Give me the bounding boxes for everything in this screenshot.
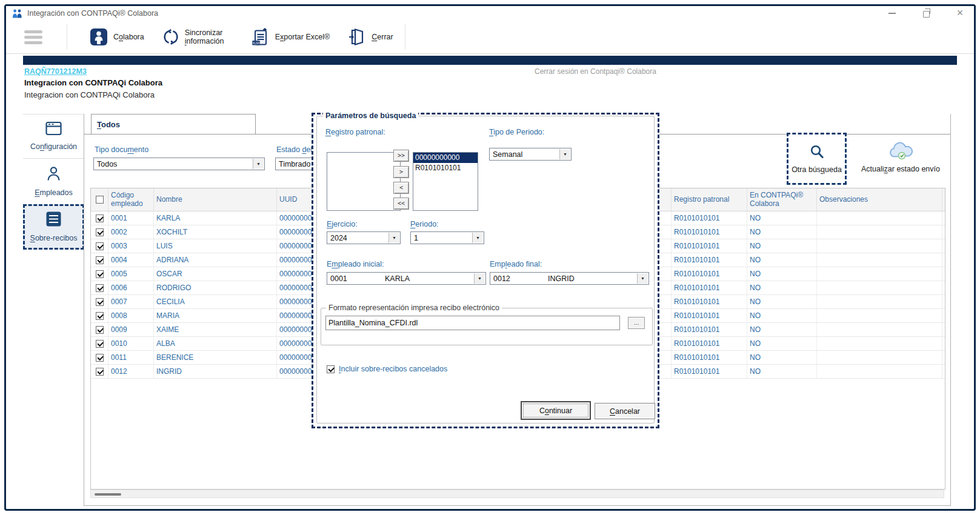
move-all-left-button[interactable]: << <box>393 198 409 210</box>
row-checkbox[interactable] <box>96 326 104 334</box>
rfc-link[interactable]: RAQÑ7701212M3 <box>24 67 87 76</box>
app-logo-icon <box>12 9 22 18</box>
chevron-down-icon[interactable]: ▼ <box>472 233 483 243</box>
registro-patronal-item[interactable]: R0101010101 <box>413 163 478 173</box>
registro-patronal-item[interactable]: 00000000000 <box>413 153 478 163</box>
cell-codigo: 0012 <box>108 365 154 378</box>
chevron-down-icon[interactable]: ▼ <box>559 149 570 159</box>
sidebar-item-sobre-recibos[interactable]: Sobre-recibos <box>23 204 84 250</box>
sincronizar-button[interactable]: Sincronizar información <box>153 21 241 53</box>
exit-door-icon <box>348 28 366 46</box>
continuar-button[interactable]: Continuar <box>521 402 590 419</box>
excel-export-icon: XLSX <box>250 28 270 47</box>
cell-registro: R0101010101 <box>672 211 747 225</box>
chevron-down-icon[interactable]: ▼ <box>388 233 399 243</box>
list-icon <box>45 211 62 227</box>
row-checkbox[interactable] <box>96 298 104 306</box>
row-checkbox[interactable] <box>96 312 104 320</box>
colabora-person-icon <box>90 28 108 46</box>
row-checkbox[interactable] <box>96 340 104 348</box>
otra-busqueda-button[interactable]: Otra búsqueda <box>787 133 847 185</box>
app-window: Integración con CONTPAQi® Colabora × Col… <box>4 4 976 511</box>
cancelar-button[interactable]: Cancelar <box>595 403 655 419</box>
cell-registro: R0101010101 <box>672 281 747 294</box>
cell-codigo: 0005 <box>108 267 154 281</box>
row-checkbox[interactable] <box>96 284 104 292</box>
formato-input[interactable] <box>325 316 620 330</box>
cell-registro: R0101010101 <box>672 225 747 239</box>
cell-observaciones <box>817 211 942 225</box>
sidebar: Configuración Empleados Sobre-recibos <box>23 114 84 250</box>
column-header-observaciones[interactable]: Observaciones <box>817 188 942 211</box>
registro-patronal-selected-list[interactable]: 00000000000R0101010101 <box>413 152 478 211</box>
tipo-documento-value: Todos <box>94 160 117 168</box>
cell-colabora: NO <box>747 295 817 308</box>
sidebar-item-configuracion[interactable]: Configuración <box>23 114 84 158</box>
row-checkbox[interactable] <box>96 228 104 236</box>
cell-registro: R0101010101 <box>672 309 747 322</box>
formato-group-label: Formato representación impresa recibo el… <box>326 304 502 312</box>
tipo-documento-label: Tipo documento <box>95 145 148 154</box>
cell-registro: R0101010101 <box>672 323 747 336</box>
tab-todos[interactable]: Todos <box>91 114 256 134</box>
horizontal-scrollbar[interactable] <box>90 490 944 498</box>
incluir-cancelados-checkbox[interactable] <box>327 365 335 373</box>
minimize-button[interactable] <box>884 7 900 20</box>
cell-codigo: 0004 <box>108 253 154 267</box>
cell-registro: R0101010101 <box>672 295 747 308</box>
tipo-periodo-select[interactable]: Semanal ▼ <box>489 148 572 161</box>
close-button[interactable]: × <box>952 7 968 20</box>
cerrar-button[interactable]: Cerrar <box>339 21 402 53</box>
periodo-label: Periodo: <box>410 220 439 228</box>
empleado-inicial-select[interactable]: 0001 KARLA ▼ <box>327 272 486 285</box>
column-header-colabora[interactable]: En CONTPAQi® Colabora <box>747 188 817 211</box>
toolbar: Colabora Sincronizar información <box>6 21 974 54</box>
empleado-final-select[interactable]: 0012 INGRID ▼ <box>490 272 649 285</box>
cell-registro: R0101010101 <box>672 267 747 281</box>
row-checkbox[interactable] <box>96 242 104 250</box>
row-checkbox[interactable] <box>96 214 104 222</box>
sidebar-item-empleados[interactable]: Empleados <box>23 158 84 204</box>
tipo-documento-select[interactable]: Todos ▼ <box>93 158 265 170</box>
actualizar-estado-button[interactable]: Actualizar estado envío <box>853 133 948 181</box>
registro-patronal-available-list[interactable] <box>327 152 401 211</box>
scrollbar-thumb[interactable] <box>95 493 121 496</box>
search-dialog: Parámetros de búsqueda Registro patronal… <box>312 113 659 428</box>
logout-link[interactable]: Cerrar sesión en Contpaqi® Colabora <box>535 67 656 76</box>
column-header-codigo[interactable]: Código empleado <box>108 188 154 211</box>
cell-codigo: 0007 <box>108 295 154 308</box>
cell-observaciones <box>817 323 942 336</box>
move-right-button[interactable]: > <box>393 166 409 178</box>
move-left-button[interactable]: < <box>393 182 409 194</box>
row-checkbox[interactable] <box>96 256 104 264</box>
chevron-down-icon[interactable]: ▼ <box>253 159 264 169</box>
exportar-excel-button[interactable]: XLSX Exportar Excel® <box>241 21 339 53</box>
cell-nombre: LUIS <box>154 239 277 253</box>
select-all-checkbox[interactable] <box>96 196 104 204</box>
incluir-cancelados-label[interactable]: Incluir sobre-recibos cancelados <box>339 365 447 373</box>
browse-button[interactable]: ... <box>628 317 645 329</box>
restore-button[interactable] <box>918 7 934 20</box>
column-header-registro[interactable]: Registro patronal <box>672 188 747 211</box>
empleado-inicial-code: 0001 <box>327 274 347 283</box>
cell-nombre: XAIME <box>154 323 277 336</box>
menu-icon[interactable] <box>24 30 42 44</box>
empleado-inicial-label: Empleado inicial: <box>327 260 384 268</box>
cloud-check-icon <box>888 141 913 161</box>
colabora-button[interactable]: Colabora <box>81 21 153 53</box>
column-header-nombre[interactable]: Nombre <box>154 188 277 211</box>
ejercicio-select[interactable]: 2024 ▼ <box>327 231 401 244</box>
cell-registro: R0101010101 <box>672 365 747 378</box>
chevron-down-icon[interactable]: ▼ <box>474 273 485 284</box>
chevron-down-icon[interactable]: ▼ <box>637 273 648 284</box>
cell-nombre: INGRID <box>154 365 277 378</box>
row-checkbox[interactable] <box>96 354 104 362</box>
periodo-select[interactable]: 1 ▼ <box>410 231 484 244</box>
row-checkbox[interactable] <box>96 368 104 376</box>
move-all-right-button[interactable]: >> <box>393 150 409 162</box>
row-checkbox[interactable] <box>96 270 104 278</box>
cell-registro: R0101010101 <box>672 337 747 350</box>
empleado-final-code: 0012 <box>490 274 510 283</box>
cell-nombre: CECILIA <box>154 295 277 308</box>
cell-nombre: XOCHILT <box>154 225 277 239</box>
